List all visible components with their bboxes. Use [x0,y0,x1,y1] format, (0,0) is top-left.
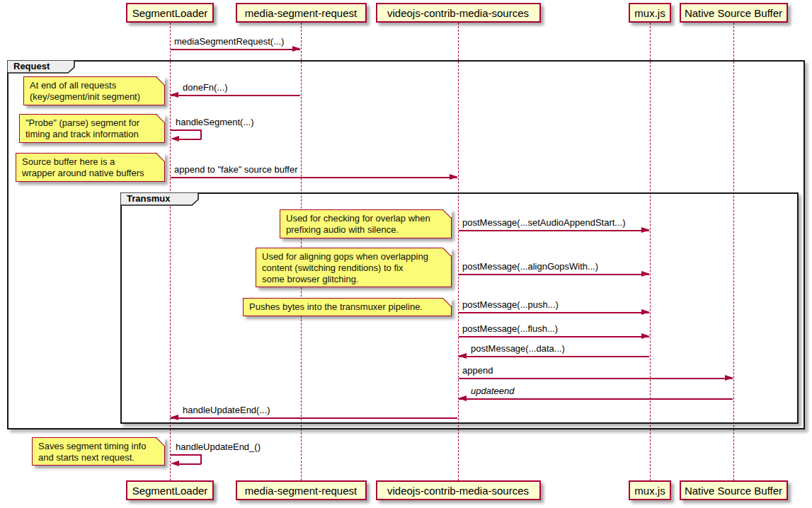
note: Used for checking for overlap when prefi… [280,209,452,238]
message-line [459,398,733,400]
message-arrowhead [458,396,467,401]
note-text: Pushes bytes into the transmuxer pipelin… [249,301,445,313]
note: "Probe" (parse) segment for timing and t… [19,114,165,143]
message-arrowhead [170,92,178,98]
message-arrowhead [641,227,650,233]
message-label: postMessage(...data...) [471,343,565,354]
message-line [171,129,201,131]
message-label: postMessage(...push...) [462,299,559,310]
message-arrowhead [641,333,650,339]
participant-box-bottom: media-segment-request [236,480,367,500]
message-line [459,336,649,337]
participant-box-top: mux.js [629,3,671,23]
message-line [459,312,649,313]
message-arrowhead [171,461,179,466]
note-text: Saves segment timing info and starts nex… [38,441,159,463]
message-label: mediaSegmentRequest(...) [174,36,284,47]
frame-label: Transmux [127,193,170,204]
note-text: Used for checking for overlap when prefi… [286,213,445,236]
note: At end of all requests (key/segment/init… [23,76,165,105]
message-line [459,230,649,231]
message-label: postMessage(...setAudioAppendStart...) [462,217,626,228]
note: Used for aligning gops when overlapping … [256,248,452,287]
message-line [459,356,649,357]
message-label: handleSegment(...) [176,117,254,127]
frame-tab-transmux: Transmux [120,192,200,207]
participant-box-bottom: SegmentLoader [126,480,214,500]
message-arrowhead [450,174,458,180]
participant-box-bottom: videojs-contrib-media-sources [376,480,541,500]
message-label: handleUpdateEnd(...) [183,405,270,415]
note-text: At end of all requests (key/segment/init… [30,80,159,103]
message-arrowhead [725,375,733,381]
participant-box-bottom: Native Source Buffer [680,480,788,500]
note: Source buffer here is a wrapper around n… [16,153,165,182]
plantuml-sequence-diagram: RequestTransmuxmediaSegmentRequest(...)d… [0,0,812,508]
message-line [200,454,202,464]
message-label: doneFn(...) [183,82,228,93]
participant-box-bottom: mux.js [629,480,671,500]
note-text: "Probe" (parse) segment for timing and t… [25,117,159,140]
message-arrowhead [170,415,178,420]
note: Pushes bytes into the transmuxer pipelin… [243,298,452,316]
message-line [459,274,649,275]
message-arrowhead [641,309,650,315]
message-line [171,95,300,96]
message-label: updateend [471,386,514,396]
note: Saves segment timing info and starts nex… [32,437,165,466]
message-arrowhead [458,353,467,359]
message-line [171,49,300,50]
message-line [178,463,201,465]
message-line [459,378,733,379]
participant-box-top: SegmentLoader [126,3,214,23]
message-arrowhead [641,271,650,277]
message-line [171,454,201,456]
message-arrowhead [292,46,301,52]
frame-label: Request [13,61,50,71]
participant-box-top: Native Source Buffer [680,3,788,23]
message-arrowhead [171,136,179,142]
note-text: Source buffer here is a wrapper around n… [22,156,159,179]
message-label: postMessage(...alignGopsWith...) [462,261,598,272]
frame-tab-request: Request [7,60,76,74]
message-line [171,177,457,178]
message-label: append [462,365,493,376]
participant-box-top: videojs-contrib-media-sources [376,3,541,23]
message-label: handleUpdateEnd_() [176,441,261,452]
message-line [178,139,201,140]
message-label: postMessage(...flush...) [462,323,558,334]
note-text: Used for aligning gops when overlapping … [262,251,445,285]
participant-box-top: media-segment-request [236,3,367,23]
message-line [171,417,457,419]
message-line [200,129,202,139]
frame-transmux [120,192,799,424]
message-label: append to "fake" source buffer [174,164,298,175]
